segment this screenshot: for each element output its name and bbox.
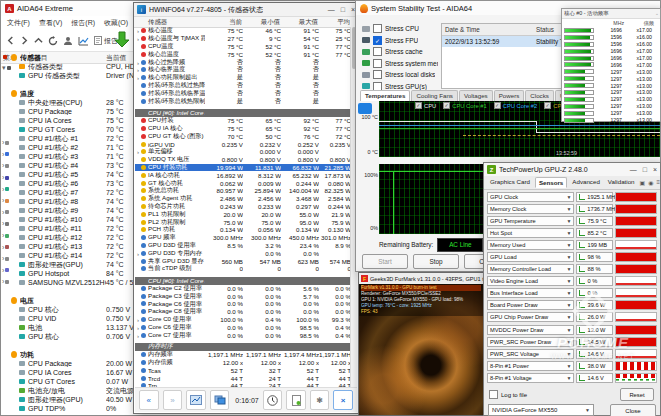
legend-item[interactable]: ✓ CPU Core #2 [494, 102, 537, 109]
sensor-select[interactable]: GPU Clock ▼ [487, 192, 574, 202]
nav-tree-node[interactable]: › [2, 195, 11, 207]
report-page-icon[interactable] [286, 390, 306, 410]
nav-tree-node[interactable]: › [2, 276, 11, 288]
sensor-select[interactable]: GPU Load ▼ [487, 252, 574, 262]
minimize-button[interactable]: — [328, 6, 335, 13]
table-row[interactable]: 当前 cTDP 级别 0 0 0 0 [135, 265, 351, 273]
menu-icon[interactable]: ≡ [656, 179, 660, 186]
checkbox[interactable] [489, 390, 498, 399]
stress-option[interactable]: Stress system memory [362, 58, 438, 70]
nav-tree-node[interactable]: › [2, 230, 11, 242]
col-average[interactable]: 平均 [318, 17, 350, 27]
col-current[interactable]: 当前 [204, 17, 242, 27]
sensor-select[interactable]: PWR_SRC Power Draw ▼ [487, 337, 574, 347]
sensor-select[interactable]: PWR_SRC Voltage ▼ [487, 349, 574, 359]
nav-tree-node[interactable]: ▾ [2, 63, 11, 75]
start-button[interactable]: Start [362, 254, 408, 269]
log-to-file[interactable]: Log to file [489, 390, 527, 399]
nav-tree-node[interactable]: › [2, 149, 11, 161]
sensor-select[interactable]: Hot Spot ▼ [487, 228, 574, 238]
camera-icon[interactable]: ▣ [640, 179, 646, 186]
sound-icon[interactable]: ◉ [648, 179, 653, 186]
menu-item[interactable]: 文件(F) [7, 18, 30, 28]
layers-icon[interactable] [210, 390, 230, 410]
maximize-button[interactable]: □ [643, 166, 647, 173]
stress-option[interactable]: Stress local disks [362, 69, 438, 81]
chart-icon[interactable] [78, 36, 89, 46]
tab[interactable]: Voltages [459, 90, 493, 101]
sensor-select[interactable]: GPU Chip Power Draw ▼ [487, 312, 574, 322]
nav-tree-node[interactable]: › [2, 253, 11, 265]
user-icon[interactable] [63, 36, 73, 46]
legend-checkbox[interactable]: ✓ [544, 102, 551, 109]
legend-item[interactable]: ✓ CPU Core #1 [443, 102, 486, 109]
up-icon[interactable] [34, 36, 43, 45]
tab[interactable]: Validation [605, 177, 638, 188]
nav-tree-node[interactable]: › [2, 265, 11, 277]
table-row[interactable]: CPU GT 核心 (图形) 70 °C 50 °C 76 °C 72 °C [135, 132, 351, 140]
tab[interactable]: Clocks [525, 90, 554, 101]
col-maximum[interactable]: 最大值 [280, 17, 318, 27]
back-icon[interactable] [6, 36, 15, 45]
menu-item[interactable]: 查看(V) [39, 18, 62, 28]
rewind-icon[interactable]: « [139, 390, 159, 410]
maximize-button[interactable]: □ [341, 6, 345, 13]
stress-option[interactable]: ✓ Stress FPU [362, 35, 438, 47]
stress-option[interactable]: Stress cache [362, 46, 438, 58]
stop-button[interactable]: Stop [413, 254, 459, 269]
sensor-select[interactable]: Bus Interface Load ▼ [487, 288, 574, 298]
checkbox[interactable] [373, 24, 382, 33]
col-minimum[interactable]: 最小值 [242, 17, 280, 27]
gpu-selector[interactable]: NVIDIA GeForce MX550 ▼ [488, 404, 594, 416]
table-row[interactable]: Tcas 52 T 32 T 52 T 52 T [135, 366, 351, 374]
sensor-select[interactable]: Memory Controller Load ▼ [487, 264, 574, 274]
reset-button[interactable]: Reset [620, 388, 654, 401]
close-sensors-icon[interactable]: × [333, 390, 353, 410]
forward-icon[interactable] [20, 36, 29, 45]
legend-checkbox[interactable]: ✓ [494, 102, 501, 109]
tab[interactable]: Powers [494, 90, 525, 101]
sensor-select[interactable]: MVDDC Power Draw ▼ [487, 325, 574, 335]
nav-tree-node[interactable]: › [2, 160, 11, 172]
checkbox[interactable] [373, 47, 382, 56]
tab[interactable]: Temperatures [360, 90, 410, 101]
table-row[interactable]: Trcd 44 T 24 T 44 T 44 T [135, 374, 351, 382]
legend-checkbox[interactable]: ✓ [443, 102, 450, 109]
tab[interactable]: Graphics Card [487, 177, 533, 188]
checkbox[interactable]: ✓ [373, 36, 382, 45]
sensor-select[interactable]: Video Engine Load ▼ [487, 276, 574, 286]
legend-checkbox[interactable]: ✓ [415, 102, 422, 109]
nav-tree-node[interactable]: › [2, 183, 11, 195]
table-row[interactable]: 封装/环形总线热限制超出 是 否 是 [135, 97, 351, 105]
nav-tree-node[interactable]: › [2, 172, 11, 184]
table-row[interactable]: 内存倍频 12.00 x 12.00 x 12.00 x 12.00 x [135, 359, 351, 367]
tab[interactable]: Sensors [535, 177, 567, 188]
checkbox[interactable] [373, 59, 382, 68]
tab[interactable]: Advanced [569, 177, 603, 188]
sensor-select[interactable]: GPU Temperature ▼ [487, 216, 574, 226]
sensor-select[interactable]: Memory Clock ▼ [487, 204, 574, 214]
sensor-select[interactable]: Board Power Draw ▼ [487, 300, 574, 310]
stress-option[interactable]: Stress CPU [362, 23, 438, 35]
table-row[interactable]: › Core C7 使用率 0.0 % 0.0 % 98.5 % 0.4 % [135, 331, 351, 339]
minimize-button[interactable]: — [630, 166, 637, 173]
forward-icon[interactable]: » [163, 390, 183, 410]
nav-tree-node[interactable]: › [2, 207, 11, 219]
menu-item[interactable]: 报告(R) [71, 18, 95, 28]
close-button[interactable]: × [653, 166, 657, 173]
legend-item[interactable]: ✓ CPU [415, 102, 436, 109]
sensor-select[interactable]: 8-Pin #1 Voltage ▼ [487, 373, 574, 383]
nav-tree-node[interactable]: › [2, 218, 11, 230]
close-icon[interactable]: ▫ [656, 11, 658, 17]
checkbox[interactable] [373, 70, 382, 79]
refresh-icon[interactable] [48, 36, 58, 46]
menu-item[interactable]: 收藏(O) [104, 18, 128, 28]
sensor-select[interactable]: 8-Pin #1 Power ▼ [487, 361, 574, 371]
settings-gear-icon[interactable]: ✱ [310, 390, 330, 410]
tab[interactable]: Cooling Fans [411, 90, 457, 101]
nav-tree-node[interactable]: › [2, 241, 11, 253]
blue-slider[interactable] [358, 103, 372, 114]
nav-tree-node[interactable]: › [2, 137, 11, 149]
download-arrow-icon[interactable] [113, 31, 131, 48]
col-datetime[interactable]: Date & Time [442, 24, 533, 35]
